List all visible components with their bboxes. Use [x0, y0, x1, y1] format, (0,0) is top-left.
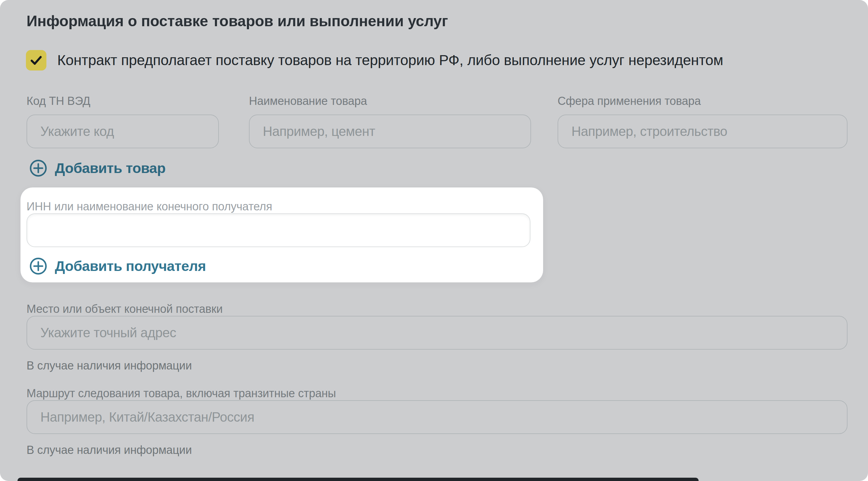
field-tnved-code: Код ТН ВЭД [27, 94, 219, 148]
contract-checkbox-label[interactable]: Контракт предполагает поставку товаров н… [57, 51, 723, 69]
section-title: Информация о поставке товаров или выполн… [27, 11, 868, 31]
route-input[interactable] [27, 400, 847, 434]
delivery-place-helper: В случае наличия информации [27, 359, 868, 373]
product-name-input[interactable] [249, 115, 531, 148]
next-panel-top-edge [18, 478, 699, 481]
product-fields-row: Код ТН ВЭД Наименование товара Сфера при… [27, 94, 868, 148]
add-product-label: Добавить товар [55, 159, 165, 177]
plus-circle-icon [30, 257, 47, 275]
delivery-place-label: Место или объект конечной поставки [27, 302, 223, 315]
field-route: Маршрут следования товара, включая транз… [27, 386, 847, 434]
product-application-label: Сфера применения товара [558, 94, 847, 108]
checkmark-icon [29, 53, 43, 67]
contract-checkbox[interactable] [26, 50, 46, 70]
delivery-place-input[interactable] [27, 316, 847, 350]
field-product-application: Сфера применения товара [558, 94, 847, 148]
contract-checkbox-row: Контракт предполагает поставку товаров н… [26, 50, 868, 70]
add-recipient-row: Добавить получателя [30, 257, 543, 276]
route-label: Маршрут следования товара, включая транз… [27, 387, 336, 399]
delivery-info-section-dimmed-panel: Информация о поставке товаров или выполн… [0, 0, 868, 481]
product-application-input[interactable] [558, 115, 847, 148]
field-delivery-place: Место или объект конечной поставки [27, 302, 847, 350]
add-recipient-button[interactable]: Добавить получателя [30, 257, 206, 275]
tnved-code-label: Код ТН ВЭД [27, 94, 219, 108]
add-product-button[interactable]: Добавить товар [30, 159, 165, 177]
screenshot-stage: Информация о поставке товаров или выполн… [0, 0, 868, 481]
tnved-code-input[interactable] [27, 115, 219, 148]
recipient-highlight-card: ИНН или наименование конечного получател… [21, 188, 543, 282]
recipient-inn-label: ИНН или наименование конечного получател… [27, 200, 272, 213]
add-recipient-label: Добавить получателя [55, 257, 206, 275]
plus-circle-icon [30, 159, 47, 177]
recipient-inn-input[interactable] [27, 213, 530, 247]
field-product-name: Наименование товара [249, 94, 531, 148]
product-name-label: Наименование товара [249, 94, 531, 108]
add-product-row: Добавить товар [30, 159, 868, 178]
route-helper: В случае наличия информации [27, 443, 868, 457]
